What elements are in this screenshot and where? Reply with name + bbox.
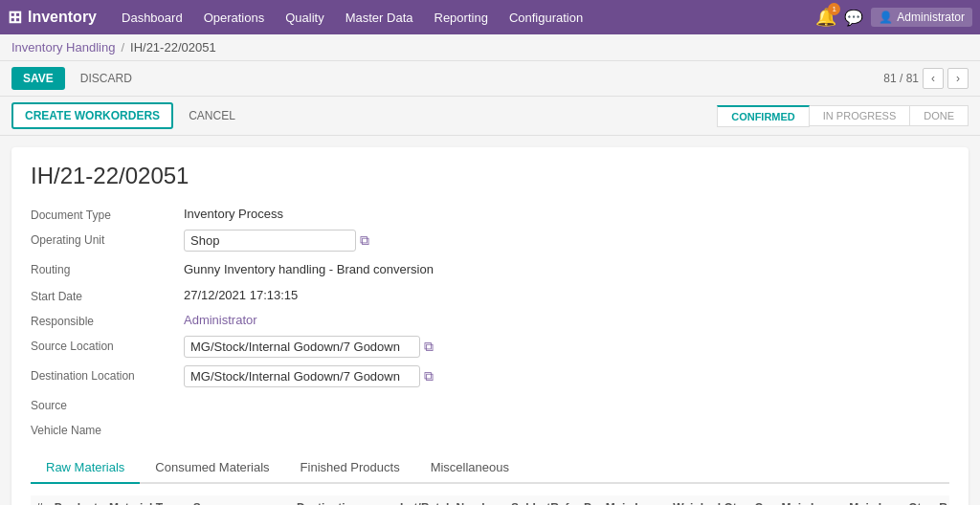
col-header--: # [31,495,49,505]
cancel-button[interactable]: CANCEL [181,104,243,127]
notifications-icon[interactable]: 🔔 1 [815,7,836,28]
vehicle-name-label: Vehicle Name [31,420,184,437]
destination-location-select[interactable]: MG/Stock/Internal Godown/7 Godown [184,365,420,387]
col-header-weighed-qty: Weighed Qty [667,495,748,505]
app-logo[interactable]: ⊞ Inventory [8,7,97,28]
col-header-product: Product [49,495,103,505]
source-location-row: Source Location MG/Stock/Internal Godown… [31,336,949,358]
destination-location-row: Destination Location MG/Stock/Internal G… [31,365,949,387]
app-title: Inventory [28,9,97,26]
status-bar: CONFIRMEDIN PROGRESSDONE [717,105,969,127]
nav-item-reporting[interactable]: Reporting [425,7,498,29]
table-header: #ProductMaterial TypeSourceDestinationLo… [31,495,949,505]
next-record-button[interactable]: › [947,68,969,89]
col-header-material-type: Material Type [103,495,188,505]
destination-location-ext-link-icon[interactable]: ⧉ [424,368,434,384]
record-navigation: 81 / 81 ‹ › [883,68,969,89]
routing-row: Routing Gunny Inventory handling - Brand… [31,259,949,278]
main-content: IH/21-22/02051 Document Type Inventory P… [11,147,969,505]
status-done[interactable]: DONE [910,105,969,126]
document-type-row: Document Type Inventory Process [31,205,949,222]
source-location-label: Source Location [31,336,184,353]
tab-consumed-materials[interactable]: Consumed Materials [140,452,284,484]
nav-item-quality[interactable]: Quality [276,7,333,29]
col-header-curr-mois-loss: Curr.Mois.Loss [748,495,843,505]
tab-raw-materials[interactable]: Raw Materials [31,452,140,484]
admin-avatar-icon: 👤 [879,11,893,24]
nav-item-dashboard[interactable]: Dashboard [112,7,192,29]
table-header-row: #ProductMaterial TypeSourceDestinationLo… [31,495,949,505]
status-in-progress[interactable]: IN PROGRESS [810,105,910,126]
raw-materials-table-wrapper: #ProductMaterial TypeSourceDestinationLo… [31,495,949,505]
tab-miscellaneous[interactable]: Miscellaneous [415,452,524,484]
top-nav: DashboardOperationsQualityMaster DataRep… [112,7,815,29]
col-header-pre-mois-loss: Pre.Mois.Loss [578,495,667,505]
topbar-right: 🔔 1 💬 👤 Administrator [815,7,972,28]
action-bar-primary: SAVE DISCARD 81 / 81 ‹ › [0,61,980,97]
col-header-lot-batch-number: Lot/Batch Number [394,495,505,505]
col-header-sublotref-: SubLotRef. [505,495,578,505]
source-location-input-group: MG/Stock/Internal Godown/7 Godown ⧉ [184,336,434,358]
operating-unit-label: Operating Unit [31,230,184,247]
responsible-label: Responsible [31,311,184,328]
col-header-rate: Rate [933,495,949,505]
routing-label: Routing [31,259,184,276]
responsible-row: Responsible Administrator [31,311,949,328]
breadcrumb-separator: / [121,40,124,55]
action-bar-secondary: CREATE WORKORDERS CANCEL CONFIRMEDIN PRO… [0,97,980,136]
operating-unit-select[interactable]: Shop [184,230,356,252]
start-date-value: 27/12/2021 17:13:15 [184,286,298,302]
operating-unit-row: Operating Unit Shop ⧉ [31,230,949,252]
start-date-label: Start Date [31,286,184,303]
tab-finished-products[interactable]: Finished Products [285,452,415,484]
vehicle-name-row: Vehicle Name [31,420,949,437]
create-workorders-button[interactable]: CREATE WORKORDERS [11,102,173,129]
status-confirmed[interactable]: CONFIRMED [717,105,810,127]
grid-icon: ⊞ [8,7,22,28]
source-location-select[interactable]: MG/Stock/Internal Godown/7 Godown [184,336,420,358]
save-button[interactable]: SAVE [11,67,65,90]
messages-icon[interactable]: 💬 [844,9,863,27]
col-header-mois-loss-qty: Mois.Loss Qty [843,495,933,505]
source-row: Source [31,395,949,412]
document-type-value: Inventory Process [184,205,283,221]
source-label: Source [31,395,184,412]
nav-item-operations[interactable]: Operations [194,7,275,29]
responsible-value[interactable]: Administrator [184,311,257,327]
breadcrumb-parent[interactable]: Inventory Handling [11,40,115,55]
breadcrumb: Inventory Handling / IH/21-22/02051 [0,34,980,61]
routing-value: Gunny Inventory handling - Brand convers… [184,259,434,278]
destination-location-label: Destination Location [31,365,184,383]
discard-button[interactable]: DISCARD [73,67,140,90]
col-header-destination: Destination [291,495,394,505]
operating-unit-ext-link-icon[interactable]: ⧉ [360,232,369,249]
breadcrumb-current: IH/21-22/02051 [130,40,216,55]
operating-unit-input-group: Shop ⧉ [184,230,369,252]
document-title: IH/21-22/02051 [31,163,949,189]
form-section: Document Type Inventory Process Operatin… [31,205,949,437]
document-type-label: Document Type [31,205,184,222]
col-header-source: Source [188,495,291,505]
tabs: Raw MaterialsConsumed MaterialsFinished … [31,452,949,484]
record-position: 81 / 81 [883,72,919,85]
nav-item-master-data[interactable]: Master Data [336,7,423,29]
admin-label: Administrator [897,11,965,24]
destination-location-input-group: MG/Stock/Internal Godown/7 Godown ⧉ [184,365,434,387]
raw-materials-table: #ProductMaterial TypeSourceDestinationLo… [31,495,949,505]
start-date-row: Start Date 27/12/2021 17:13:15 [31,286,949,303]
prev-record-button[interactable]: ‹ [923,68,944,89]
topbar: ⊞ Inventory DashboardOperationsQualityMa… [0,0,980,34]
source-location-ext-link-icon[interactable]: ⧉ [424,339,434,355]
nav-item-configuration[interactable]: Configuration [500,7,592,29]
admin-menu[interactable]: 👤 Administrator [871,8,972,27]
notification-badge: 1 [828,3,840,15]
